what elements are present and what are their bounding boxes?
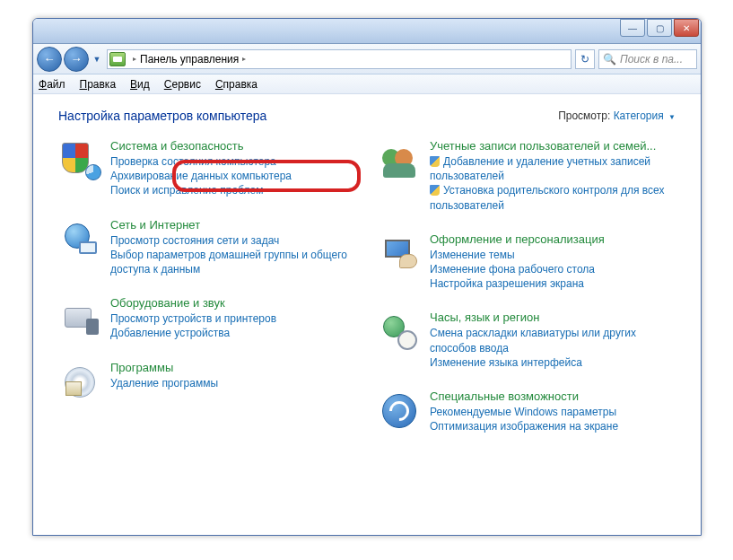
category-appearance: Оформление и персонализацияИзменение тем… (378, 232, 676, 292)
category-hardware-sound: Оборудование и звукПросмотр устройств и … (58, 296, 356, 340)
minimize-button[interactable]: — (620, 19, 645, 37)
clock-region-icon[interactable] (378, 311, 421, 354)
category-link[interactable]: Выбор параметров домашней группы и общег… (110, 248, 356, 276)
category-link[interactable]: Изменение фона рабочего стола (430, 262, 676, 276)
category-title[interactable]: Система и безопасность (110, 139, 356, 153)
category-link[interactable]: Рекомендуемые Windows параметры (430, 405, 676, 419)
search-input[interactable]: 🔍 Поиск в па... (598, 49, 697, 69)
category-link[interactable]: Просмотр состояния сети и задач (110, 233, 356, 248)
category-programs: ПрограммыУдаление программы (58, 361, 356, 404)
category-title[interactable]: Программы (110, 361, 356, 374)
category-ease-of-access: Специальные возможностиРекомендуемые Win… (378, 389, 676, 433)
category-link[interactable]: Удаление программы (110, 376, 356, 390)
accessibility-icon[interactable] (378, 389, 421, 433)
category-link[interactable]: Смена раскладки клавиатуры или других сп… (430, 326, 676, 354)
category-title[interactable]: Специальные возможности (430, 389, 676, 403)
control-panel-icon (109, 52, 126, 66)
nav-toolbar: ← → ▼ ▸ Панель управления ▸ ↻ 🔍 Поиск в … (33, 44, 701, 74)
hardware-printer-icon[interactable] (58, 296, 101, 339)
forward-button[interactable]: → (64, 47, 89, 72)
titlebar[interactable]: — ▢ ✕ (33, 19, 701, 44)
category-link[interactable]: Добавление устройства (110, 326, 356, 340)
category-title[interactable]: Часы, язык и регион (430, 311, 676, 324)
address-bar[interactable]: ▸ Панель управления ▸ (107, 49, 572, 69)
content-area: Настройка параметров компьютера Просмотр… (33, 94, 701, 535)
category-title[interactable]: Сеть и Интернет (110, 218, 356, 232)
view-by-value[interactable]: Категория (614, 109, 664, 122)
menubar: Файл Правка Вид Сервис Справка (33, 74, 701, 94)
category-clock-language: Часы, язык и регионСмена раскладки клави… (378, 311, 676, 370)
page-title: Настройка параметров компьютера (58, 109, 266, 123)
category-link[interactable]: Изменение темы (430, 248, 676, 262)
breadcrumb-sep-icon[interactable]: ▸ (242, 55, 246, 63)
content-header: Настройка параметров компьютера Просмотр… (58, 109, 676, 123)
network-globe-icon[interactable] (58, 218, 101, 261)
category-link[interactable]: Поиск и исправление проблем (110, 183, 356, 197)
menu-edit[interactable]: Правка (80, 78, 117, 91)
category-columns: Система и безопасностьПроверка состояния… (58, 139, 676, 453)
menu-service[interactable]: Сервис (164, 78, 201, 91)
search-placeholder: Поиск в па... (620, 53, 683, 66)
category-link[interactable]: Просмотр устройств и принтеров (110, 311, 356, 326)
menu-view[interactable]: Вид (130, 78, 150, 91)
programs-disc-icon[interactable] (58, 361, 101, 404)
control-panel-window: — ▢ ✕ ← → ▼ ▸ Панель управления ▸ ↻ 🔍 По… (32, 18, 702, 536)
category-title[interactable]: Учетные записи пользователей и семей... (430, 139, 676, 153)
category-system-security: Система и безопасностьПроверка состояния… (58, 139, 356, 198)
back-button[interactable]: ← (37, 47, 62, 72)
right-column: Учетные записи пользователей и семей...Д… (378, 139, 676, 453)
category-network-internet: Сеть и ИнтернетПросмотр состояния сети и… (58, 218, 356, 277)
category-link[interactable]: Добавление и удаление учетных записей по… (430, 154, 676, 183)
category-title[interactable]: Оборудование и звук (110, 296, 356, 310)
category-title[interactable]: Оформление и персонализация (430, 232, 676, 246)
user-accounts-icon[interactable] (378, 139, 421, 182)
security-shield-icon[interactable] (58, 139, 101, 182)
category-link[interactable]: Изменение языка интерфейса (430, 355, 676, 370)
category-link[interactable]: Проверка состояния компьютера (110, 154, 356, 169)
maximize-button[interactable]: ▢ (647, 19, 672, 37)
category-user-accounts: Учетные записи пользователей и семей...Д… (378, 139, 676, 213)
breadcrumb-root[interactable]: Панель управления (140, 53, 239, 66)
view-by-label: Просмотр: (558, 109, 610, 122)
personalization-icon[interactable] (378, 232, 421, 276)
category-link[interactable]: Архивирование данных компьютера (110, 169, 356, 183)
view-by-control[interactable]: Просмотр: Категория ▼ (558, 109, 676, 122)
chevron-down-icon: ▼ (668, 113, 676, 121)
menu-help[interactable]: Справка (215, 78, 257, 91)
window-controls: — ▢ ✕ (618, 19, 699, 37)
breadcrumb-sep-icon: ▸ (133, 55, 136, 63)
nav-history-dropdown[interactable]: ▼ (91, 50, 103, 68)
close-button[interactable]: ✕ (674, 19, 699, 37)
left-column: Система и безопасностьПроверка состояния… (58, 139, 356, 453)
category-link[interactable]: Оптимизация изображения на экране (430, 419, 676, 433)
menu-file[interactable]: Файл (39, 78, 65, 91)
refresh-button[interactable]: ↻ (575, 49, 595, 69)
search-icon: 🔍 (603, 53, 616, 66)
category-link[interactable]: Установка родительского контроля для все… (430, 183, 676, 212)
category-link[interactable]: Настройка разрешения экрана (430, 276, 676, 291)
